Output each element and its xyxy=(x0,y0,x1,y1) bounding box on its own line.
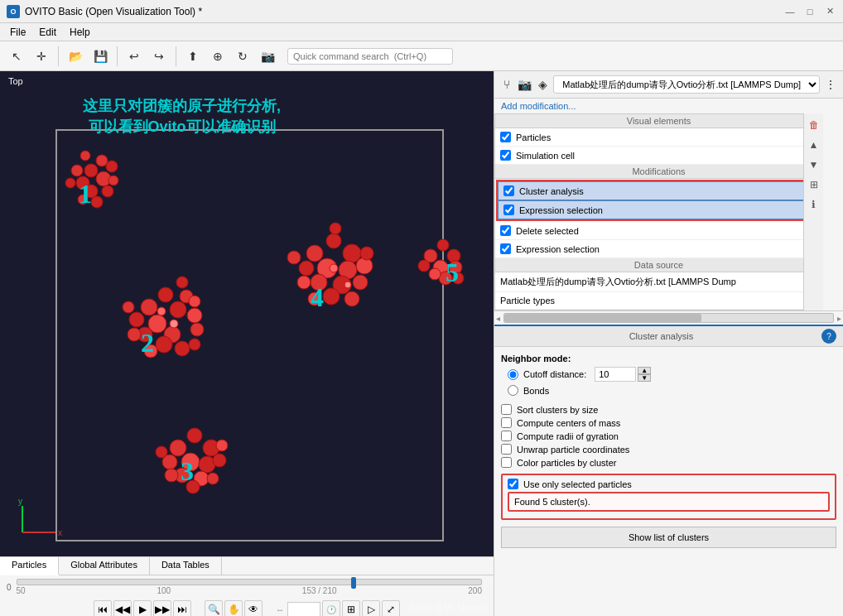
step-forward-button[interactable]: ▶▶ xyxy=(153,600,171,616)
cutoff-up-button[interactable]: ▲ xyxy=(638,367,651,374)
fullscreen-button[interactable]: ⤢ xyxy=(382,600,400,616)
particle-types-label: Particle types xyxy=(500,296,817,306)
orbit-button[interactable]: ⊕ xyxy=(206,45,229,68)
add-modification-button[interactable]: Add modification... xyxy=(494,99,843,113)
cluster-5-label: 5 xyxy=(446,257,459,288)
cutoff-radio[interactable] xyxy=(508,369,518,380)
maximize-button[interactable]: □ xyxy=(803,5,817,18)
copy-modifier-button[interactable]: ⊞ xyxy=(806,176,822,193)
simcell-label: Simulation cell xyxy=(516,151,817,161)
minimize-button[interactable]: — xyxy=(783,5,797,18)
svg-point-58 xyxy=(323,288,340,305)
timeline-cursor[interactable] xyxy=(351,577,356,589)
delete-modifier-button[interactable]: 🗑 xyxy=(806,117,822,133)
pipeline-dropdown[interactable]: Matlab处理后的dump请导入Ovtio分析.txt [LAMMPS Dum… xyxy=(553,75,820,94)
play-mode-button[interactable]: ▷ xyxy=(362,600,380,616)
color-row: Color particles by cluster xyxy=(501,457,836,468)
tab-bar: Particles Global Attributes Data Tables xyxy=(0,557,494,575)
pipeline-item-expr1[interactable]: Expression selection xyxy=(498,200,820,219)
svg-point-47 xyxy=(326,233,341,248)
play-button[interactable]: ▶ xyxy=(133,600,152,616)
svg-point-41 xyxy=(213,454,226,467)
go-to-end-button[interactable]: ⏭ xyxy=(173,600,191,616)
open-button[interactable]: 📂 xyxy=(64,45,87,68)
app-title: OVITO Basic (Open Visualization Tool) * xyxy=(25,6,783,17)
scroll-left-arrow[interactable]: ◂ xyxy=(496,314,500,323)
scroll-right-arrow[interactable]: ▸ xyxy=(837,314,841,323)
pipeline-list: Visual elements Particles Simulation cel… xyxy=(494,113,823,310)
step-back-button[interactable]: ◀◀ xyxy=(113,600,132,616)
frame-input[interactable]: 153 xyxy=(287,602,320,616)
redo-button[interactable]: ↪ xyxy=(147,45,171,68)
pipeline-item-cluster[interactable]: Cluster analysis xyxy=(498,181,820,200)
toolbar-separator xyxy=(58,46,59,66)
pipeline-item-expr2[interactable]: Expression selection xyxy=(495,240,822,258)
h-scrollbar[interactable] xyxy=(503,313,834,323)
cutoff-distance-input[interactable]: 10 xyxy=(595,367,636,382)
svg-point-11 xyxy=(65,178,75,188)
viewport-container: Top 这里只对团簇的原子进行分析, 可以看到Ovito可以准确识别 xyxy=(0,71,494,616)
particles-label: Particles xyxy=(516,132,817,142)
svg-point-24 xyxy=(175,341,190,356)
undo-button[interactable]: ↩ xyxy=(123,45,146,68)
color-checkbox[interactable] xyxy=(501,457,512,468)
svg-point-21 xyxy=(187,308,202,323)
info-modifier-button[interactable]: ℹ xyxy=(806,196,822,213)
cutoff-down-button[interactable]: ▼ xyxy=(638,374,651,382)
compute-radii-checkbox[interactable] xyxy=(501,431,512,441)
pointer-button[interactable]: ⬆ xyxy=(181,45,205,68)
menu-edit[interactable]: Edit xyxy=(32,25,63,40)
clock-button[interactable]: 🕐 xyxy=(322,600,340,616)
pipeline-list-wrapper: Visual elements Particles Simulation cel… xyxy=(494,113,823,310)
expr1-checkbox[interactable] xyxy=(503,205,514,215)
expr2-checkbox[interactable] xyxy=(500,243,511,254)
pipeline-item-delsel[interactable]: Delete selected xyxy=(495,222,822,240)
move-down-button[interactable]: ▼ xyxy=(806,156,822,173)
compute-centers-checkbox[interactable] xyxy=(501,417,512,428)
go-to-start-button[interactable]: ⏮ xyxy=(94,600,112,616)
tab-data-tables[interactable]: Data Tables xyxy=(150,557,222,575)
eye-button[interactable]: 👁 xyxy=(244,600,263,616)
svg-point-10 xyxy=(108,176,118,185)
delsel-checkbox[interactable] xyxy=(500,225,511,236)
close-button[interactable]: ✕ xyxy=(823,5,836,18)
pipeline-item-particle-types[interactable]: Particle types xyxy=(495,292,822,310)
unwrap-checkbox[interactable] xyxy=(501,444,512,455)
simcell-checkbox[interactable] xyxy=(500,150,511,161)
save-button[interactable]: 💾 xyxy=(89,45,112,68)
tab-particles[interactable]: Particles xyxy=(0,557,59,575)
select-tool-button[interactable]: ↖ xyxy=(5,45,28,68)
bonds-radio[interactable] xyxy=(508,385,518,396)
move-up-button[interactable]: ▲ xyxy=(806,137,822,153)
pipeline-item-simcell[interactable]: Simulation cell xyxy=(495,147,822,165)
refresh-button[interactable]: ↻ xyxy=(231,45,254,68)
svg-point-63 xyxy=(330,223,341,234)
ca-title: Cluster analysis xyxy=(501,331,821,341)
command-search-input[interactable] xyxy=(287,48,453,65)
hand-button[interactable]: ✋ xyxy=(224,600,243,616)
cluster-checkbox[interactable] xyxy=(503,185,514,196)
sort-clusters-checkbox[interactable] xyxy=(501,404,512,415)
pipeline-item-particles[interactable]: Particles xyxy=(495,128,822,147)
menu-help[interactable]: Help xyxy=(63,25,97,40)
menu-file[interactable]: File xyxy=(3,25,32,40)
expr2-label: Expression selection xyxy=(516,244,817,254)
move-tool-button[interactable]: ✛ xyxy=(30,45,53,68)
layers-button[interactable]: ⊞ xyxy=(342,600,360,616)
svg-point-64 xyxy=(330,264,338,272)
viewport-canvas[interactable]: Top 这里只对团簇的原子进行分析, 可以看到Ovito可以准确识别 xyxy=(0,71,494,616)
show-list-button[interactable]: Show list of clusters xyxy=(501,527,836,548)
pipeline-more-icon[interactable]: ⋮ xyxy=(823,75,838,94)
pipeline-layers-icon[interactable]: ◈ xyxy=(536,75,551,94)
use-only-selected-checkbox[interactable] xyxy=(508,479,518,489)
cluster-3-label: 3 xyxy=(181,456,194,487)
expr1-label: Expression selection xyxy=(519,205,814,215)
tab-global-attributes[interactable]: Global Attributes xyxy=(59,557,150,575)
zoom-button[interactable]: 🔍 xyxy=(205,600,223,616)
particles-checkbox[interactable] xyxy=(500,132,511,142)
pipeline-camera-icon[interactable]: 📷 xyxy=(518,75,532,94)
screenshot-button[interactable]: 📷 xyxy=(256,45,279,68)
ca-help-button[interactable]: ? xyxy=(821,329,836,344)
viewport-annotation: 这里只对团簇的原子进行分析, 可以看到Ovito可以准确识别 xyxy=(83,96,281,137)
pipeline-branch-icon[interactable]: ⑂ xyxy=(499,75,514,94)
